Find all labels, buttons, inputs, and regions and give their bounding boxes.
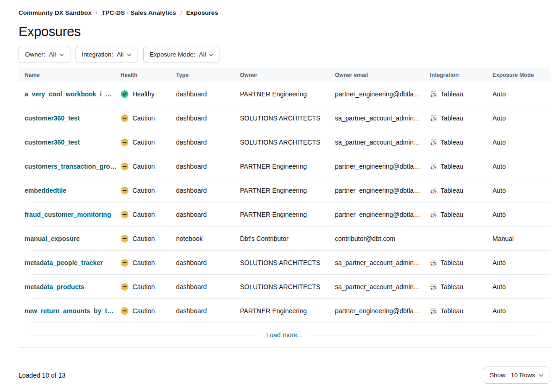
breadcrumb-link-account[interactable]: Community DX Sandbox (19, 9, 92, 16)
tableau-icon (430, 139, 437, 146)
chevron-down-icon (539, 374, 543, 377)
owner-cell: SOLUTIONS ARCHITECTS (240, 283, 335, 291)
show-rows-dropdown[interactable]: Show: 10 Rows (483, 367, 550, 384)
tableau-icon (430, 163, 437, 170)
column-header: Exposure Mode (492, 72, 550, 78)
table-row: customer360_test (19, 106, 550, 130)
table-row: fraud_customer_monitoring (19, 202, 550, 226)
column-header: Integration (430, 72, 492, 78)
type-cell: dashboard (176, 187, 240, 194)
name-cell: manual_exposure (25, 235, 120, 242)
column-header: Health (120, 72, 176, 78)
filter-button-owner[interactable]: Owner: All (19, 46, 70, 63)
integration-label: Tableau (441, 139, 463, 146)
tableau-icon (430, 90, 437, 98)
exposure-name-link[interactable]: a_very_cool_workbook_i_… (25, 90, 112, 98)
exposure-name-link[interactable]: new_return_amounts_by_t… (25, 307, 114, 315)
table-rows: a_very_cool_workbook_i_… (19, 82, 550, 323)
tableau-icon (430, 187, 437, 194)
exposure-mode-cell: Auto (492, 307, 550, 315)
integration-cell: Tableau (430, 259, 492, 266)
owner-cell: Dbt's Contributor (240, 235, 335, 242)
load-more-link[interactable]: Load more... (266, 331, 303, 339)
owner-email-cell: partner_engineering@dbtla… (335, 163, 430, 170)
owner-email-cell: sa_partner_account_admin… (335, 283, 430, 291)
loaded-count-text: Loaded 10 of 13 (19, 372, 65, 379)
health-badge-icon (120, 114, 129, 122)
health-badge-icon (120, 90, 129, 98)
filter-button-integration[interactable]: Integration: All (76, 46, 139, 63)
health-cell: Caution (120, 186, 176, 195)
filter-value: All (49, 51, 56, 58)
health-cell: Caution (120, 234, 176, 243)
chevron-down-icon (59, 53, 64, 57)
breadcrumb-link-project[interactable]: TPC-DS - Sales Analytics (101, 9, 176, 16)
name-cell: new_return_amounts_by_t… (25, 307, 120, 315)
owner-email-cell: partner_engineering@dbtla… (335, 211, 430, 218)
owner-cell: SOLUTIONS ARCHITECTS (240, 114, 335, 122)
breadcrumb-separator: / (180, 9, 182, 16)
integration-cell: Tableau (430, 283, 492, 291)
integration-label: Tableau (441, 114, 463, 122)
integration-cell: Tableau (430, 90, 492, 98)
name-cell: customer360_test (25, 114, 120, 122)
column-header: Type (176, 72, 240, 78)
name-cell: fraud_customer_monitoring (25, 211, 120, 218)
show-rows-value: 10 Rows (511, 372, 535, 379)
owner-cell: PARTNER Engineering (240, 211, 335, 218)
type-cell: dashboard (176, 307, 240, 315)
divider (31, 335, 259, 335)
tableau-icon (430, 211, 437, 218)
health-cell: Caution (120, 210, 176, 219)
health-label: Caution (132, 211, 155, 218)
name-cell: customers_transaction_gro… (25, 163, 120, 170)
health-cell: Caution (120, 138, 176, 146)
exposure-name-link[interactable]: manual_exposure (25, 235, 80, 242)
integration-cell: Tableau (430, 187, 492, 194)
type-cell: notebook (176, 235, 240, 242)
name-cell: customer360_test (25, 139, 120, 146)
exposure-name-link[interactable]: fraud_customer_monitoring (25, 211, 111, 218)
health-badge-icon (120, 307, 129, 315)
owner-cell: SOLUTIONS ARCHITECTS (240, 259, 335, 266)
health-badge-icon (120, 210, 129, 219)
table-row: metadata_people_tracker (19, 251, 550, 274)
exposure-name-link[interactable]: metadata_products (25, 283, 84, 291)
exposure-mode-cell: Manual (492, 235, 550, 242)
table-header: NameHealthTypeOwnerOwner emailIntegratio… (19, 68, 550, 82)
filter-button-exposure-mode[interactable]: Exposure Mode: All (143, 46, 220, 63)
integration-label: Tableau (441, 307, 463, 315)
exposure-mode-cell: Auto (492, 163, 550, 170)
health-label: Caution (132, 187, 155, 194)
integration-label: Tableau (441, 211, 463, 218)
owner-email-cell: contributor@dbt.com (335, 235, 430, 242)
health-badge-icon (120, 138, 129, 146)
page-title: Exposures (19, 24, 550, 39)
breadcrumb: Community DX Sandbox / TPC-DS - Sales An… (19, 9, 550, 16)
integration-label: Tableau (441, 283, 463, 291)
exposures-page: Community DX Sandbox / TPC-DS - Sales An… (0, 0, 555, 384)
exposure-name-link[interactable]: customer360_test (25, 114, 80, 122)
exposure-mode-cell: Auto (492, 283, 550, 291)
health-cell: Caution (120, 259, 176, 267)
health-badge-icon (120, 162, 129, 171)
health-label: Caution (132, 283, 155, 291)
exposure-name-link[interactable]: customers_transaction_gro… (25, 163, 116, 170)
integration-label: Tableau (441, 259, 463, 266)
table-row: customers_transaction_gro… (19, 154, 550, 178)
health-badge-icon (120, 186, 129, 195)
name-cell: a_very_cool_workbook_i_… (25, 90, 120, 98)
owner-cell: PARTNER Engineering (240, 307, 335, 315)
exposure-name-link[interactable]: customer360_test (25, 139, 80, 146)
health-label: Caution (132, 163, 155, 170)
column-header: Name (25, 72, 120, 78)
exposure-mode-cell: Auto (492, 259, 550, 266)
exposure-name-link[interactable]: embeddedtile (25, 187, 66, 194)
tableau-icon (430, 114, 437, 122)
health-cell: Caution (120, 162, 176, 171)
owner-email-cell: partner_engineering@dbtla… (335, 90, 430, 98)
owner-email-cell: sa_partner_account_admin… (335, 139, 430, 146)
exposure-name-link[interactable]: metadata_people_tracker (25, 259, 103, 266)
tableau-icon (430, 259, 437, 266)
filter-label: Integration: (82, 51, 114, 58)
